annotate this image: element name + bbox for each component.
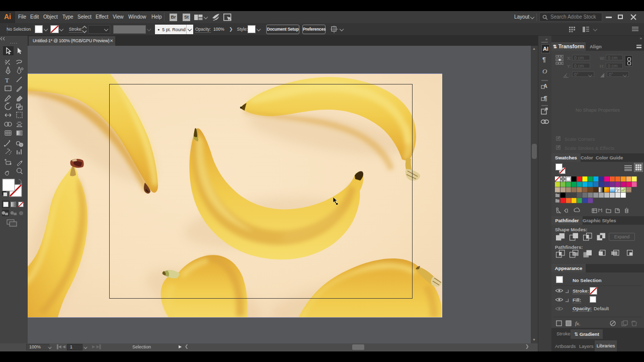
svg-text:T: T: [5, 76, 9, 84]
svg-text:fx.: fx.: [575, 320, 581, 326]
